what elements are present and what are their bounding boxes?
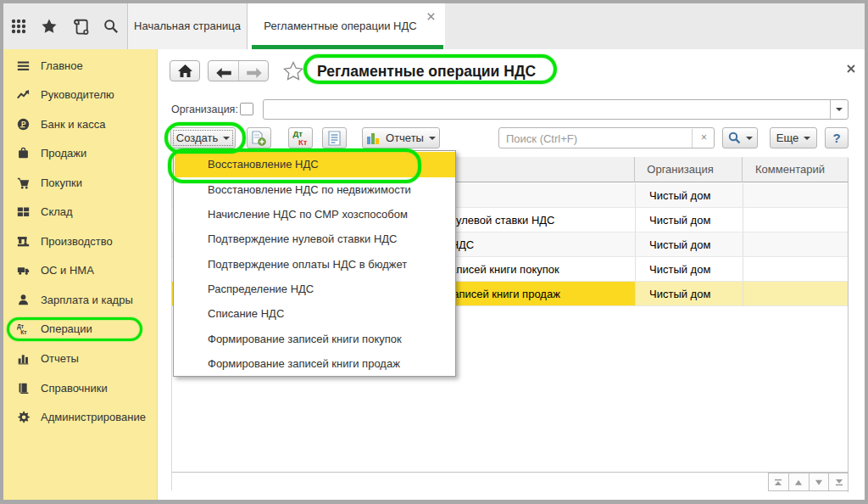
svg-text:Кт: Кт [298,137,308,147]
